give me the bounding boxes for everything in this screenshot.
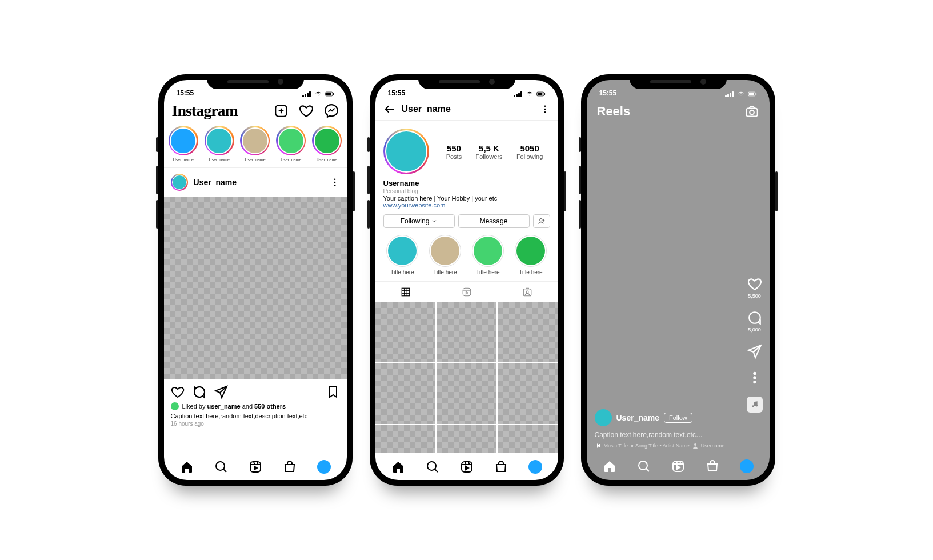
- bio-text: Your caption here | Your Hobby | your et…: [383, 195, 550, 202]
- reels-share[interactable]: [747, 344, 762, 359]
- bio-section: Username Personal blog Your caption here…: [375, 179, 558, 209]
- share-icon[interactable]: [214, 385, 228, 399]
- reels-more[interactable]: [747, 370, 762, 385]
- highlight-item[interactable]: Title here: [472, 235, 504, 275]
- svg-rect-57: [599, 444, 600, 447]
- story-item[interactable]: User_name: [312, 126, 342, 162]
- svg-line-37: [435, 469, 438, 472]
- search-icon[interactable]: [426, 460, 439, 474]
- search-icon[interactable]: [637, 459, 651, 473]
- svg-point-50: [753, 377, 755, 379]
- grid-item[interactable]: [437, 302, 496, 362]
- suggested-users-button[interactable]: [533, 214, 550, 228]
- reels-icon[interactable]: [671, 459, 685, 473]
- tab-tagged[interactable]: [497, 282, 558, 302]
- like-icon[interactable]: [171, 385, 185, 399]
- svg-point-21: [544, 105, 546, 107]
- reels-like[interactable]: 5,500: [747, 277, 762, 299]
- profile-picture[interactable]: [383, 129, 429, 174]
- share-icon: [747, 344, 762, 359]
- more-options-icon[interactable]: [330, 177, 340, 187]
- shop-icon[interactable]: [283, 460, 297, 474]
- grid-item[interactable]: [375, 425, 435, 453]
- grid-item[interactable]: [498, 302, 558, 362]
- stat-followers[interactable]: 5,5 KFollowers: [475, 143, 502, 160]
- reels-music-row[interactable]: Music Title or Song Title • Artist Name …: [595, 442, 762, 449]
- person-icon: [692, 442, 699, 449]
- svg-rect-43: [748, 93, 754, 95]
- more-options-icon[interactable]: [540, 104, 550, 114]
- svg-point-24: [539, 219, 542, 221]
- grid-item[interactable]: [437, 363, 496, 423]
- search-icon[interactable]: [214, 460, 228, 474]
- bookmark-icon[interactable]: [326, 385, 340, 399]
- profile-nav-avatar[interactable]: [740, 459, 754, 473]
- post-header: User_name: [164, 168, 347, 197]
- story-item[interactable]: User_name: [169, 126, 199, 162]
- home-icon[interactable]: [391, 460, 405, 474]
- reels-icon[interactable]: [460, 460, 474, 474]
- message-button[interactable]: Message: [458, 214, 530, 228]
- post-username[interactable]: User_name: [194, 178, 237, 187]
- heart-icon: [747, 277, 762, 291]
- highlight-item[interactable]: Title here: [515, 235, 547, 275]
- back-icon[interactable]: [383, 103, 396, 115]
- svg-point-53: [755, 405, 758, 407]
- tab-grid[interactable]: [375, 282, 437, 302]
- grid-item[interactable]: [498, 425, 558, 453]
- reels-icon[interactable]: [249, 460, 262, 474]
- app-logo: Instagram: [172, 102, 238, 120]
- bio-link[interactable]: www.yourwebsite.com: [383, 202, 550, 209]
- post-media[interactable]: [164, 197, 347, 379]
- tab-reels[interactable]: [436, 282, 497, 302]
- bottom-nav: [375, 453, 558, 480]
- camera-icon[interactable]: [744, 104, 759, 119]
- status-time: 15:55: [177, 89, 194, 97]
- grid-item[interactable]: [498, 363, 558, 423]
- follow-button[interactable]: Follow: [664, 413, 692, 423]
- messenger-icon[interactable]: [324, 103, 339, 118]
- svg-rect-27: [402, 288, 410, 296]
- profile-nav-avatar[interactable]: [528, 460, 542, 474]
- highlights-row: Title hereTitle hereTitle hereTitle here: [375, 233, 558, 281]
- reels-avatar[interactable]: [595, 409, 612, 426]
- reels-comment[interactable]: 5,000: [747, 310, 762, 333]
- heart-icon[interactable]: [299, 103, 314, 118]
- svg-point-9: [194, 387, 205, 397]
- shop-icon[interactable]: [706, 459, 719, 473]
- liked-by-others[interactable]: 550 others: [254, 403, 286, 410]
- svg-point-51: [753, 381, 755, 383]
- home-icon[interactable]: [180, 460, 194, 474]
- story-item[interactable]: User_name: [240, 126, 270, 162]
- stat-posts[interactable]: 550Posts: [446, 143, 462, 160]
- svg-point-7: [334, 182, 335, 183]
- highlight-item[interactable]: Title here: [386, 235, 418, 275]
- profile-nav-avatar[interactable]: [317, 460, 331, 474]
- highlight-item[interactable]: Title here: [429, 235, 461, 275]
- grid-item[interactable]: [375, 302, 435, 362]
- story-item[interactable]: User_name: [276, 126, 306, 162]
- comment-icon[interactable]: [193, 385, 206, 399]
- profile-tabs: [375, 281, 558, 302]
- svg-point-52: [752, 405, 754, 407]
- stat-following[interactable]: 5050Following: [516, 143, 543, 160]
- shop-icon[interactable]: [494, 460, 508, 474]
- profile-info: 550Posts 5,5 KFollowers 5050Following: [375, 121, 558, 179]
- reels-side-actions: 5,500 5,000: [747, 277, 763, 413]
- grid-item[interactable]: [437, 425, 496, 453]
- home-icon[interactable]: [603, 459, 616, 473]
- post-avatar[interactable]: [171, 174, 188, 191]
- post-caption: Caption text here,random text,descriptio…: [171, 413, 340, 419]
- reels-video-area[interactable]: 5,500 5,000 User_nam: [587, 122, 770, 453]
- story-item[interactable]: User_name: [204, 126, 234, 162]
- following-button[interactable]: Following: [383, 214, 455, 228]
- more-options-icon: [747, 370, 762, 385]
- liked-by-user[interactable]: user_name: [207, 403, 241, 410]
- stories-row[interactable]: User_nameUser_nameUser_nameUser_nameUser…: [164, 126, 347, 168]
- battery-icon: [536, 91, 546, 97]
- bio-category: Personal blog: [383, 188, 550, 194]
- reels-username[interactable]: User_name: [616, 413, 660, 422]
- bottom-nav: [164, 453, 347, 480]
- grid-item[interactable]: [375, 363, 435, 423]
- new-post-icon[interactable]: [274, 103, 289, 118]
